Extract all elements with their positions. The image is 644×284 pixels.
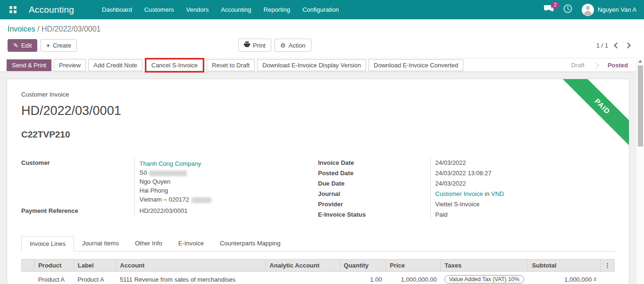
invoice-lines-table: Product Label Account Analytic Account Q… xyxy=(21,259,615,284)
customer-value: Thanh Cong Company Số Ngo Quyen Hai Phon… xyxy=(134,158,318,206)
breadcrumb: Invoices / HD/2022/03/0001 xyxy=(0,19,644,34)
pager-previous-icon[interactable] xyxy=(614,42,620,49)
optional-columns-toggle-icon[interactable]: ⋮ xyxy=(600,260,614,272)
redacted-tax-id xyxy=(192,197,211,203)
cell-quantity: 1.00 xyxy=(340,272,386,284)
column-analytic-account: Analytic Account xyxy=(266,260,340,272)
print-action-group: Print ⚙ Action xyxy=(238,39,311,52)
payment-reference-value: HD/2022/03/0001 xyxy=(134,206,318,216)
statusbar: Send & Print Preview Add Credit Note Can… xyxy=(0,58,644,72)
cell-product: Product A xyxy=(34,272,74,284)
row-handle-cell xyxy=(22,272,34,284)
apps-menu-icon[interactable] xyxy=(9,6,17,13)
journal-label: Journal xyxy=(318,189,430,199)
add-credit-note-button[interactable]: Add Credit Note xyxy=(88,59,142,71)
invoice-date-value: 24/03/2022 xyxy=(430,158,615,168)
journal-link[interactable]: Customer Invoice xyxy=(435,190,483,197)
pager: 1 / 1 xyxy=(596,42,636,49)
customer-link[interactable]: Thanh Cong Company xyxy=(140,160,201,167)
column-taxes: Taxes xyxy=(441,260,528,272)
einvoice-reference: C22TVP210 xyxy=(21,130,615,140)
cell-menu xyxy=(600,272,614,284)
provider-value: Viettel S-Invoice xyxy=(430,199,615,210)
form-view-container: PAID Customer Invoice HD/2022/03/0001 C2… xyxy=(0,72,644,284)
preview-button[interactable]: Preview xyxy=(54,59,86,71)
top-navbar: Accounting Dashboard Customers Vendors A… xyxy=(0,0,644,19)
print-button[interactable]: Print xyxy=(238,39,271,52)
customer-label: Customer xyxy=(21,158,134,206)
column-product: Product xyxy=(34,260,74,272)
download-einvoice-display-button[interactable]: Download E-Invoice Display Version xyxy=(257,59,366,71)
handle-column-header xyxy=(22,260,34,272)
menu-reporting[interactable]: Reporting xyxy=(258,0,296,19)
messages-button[interactable]: 2 xyxy=(544,5,554,15)
due-date-label: Due Date xyxy=(318,179,430,189)
menu-vendors[interactable]: Vendors xyxy=(180,0,215,19)
send-print-button[interactable]: Send & Print xyxy=(7,59,51,71)
invoice-date-label: Invoice Date xyxy=(318,158,430,168)
scroll-up-arrow-icon[interactable] xyxy=(636,57,644,65)
posted-date-value: 24/03/2022 13:08:27 xyxy=(430,168,615,179)
user-name: Nguyen Van A xyxy=(598,6,636,13)
tab-e-invoice[interactable]: E-Invoice xyxy=(170,236,212,252)
pager-value[interactable]: 1 / 1 xyxy=(596,42,608,49)
state-draft[interactable]: Draft xyxy=(566,62,589,69)
cell-taxes: Value Added Tax (VAT) 10% xyxy=(441,272,528,284)
control-panel-buttons: ✎ Edit + Create Print ⚙ Acti xyxy=(0,34,644,58)
reset-to-draft-button[interactable]: Reset to Draft xyxy=(207,59,255,71)
payment-reference-label: Payment Reference xyxy=(21,206,134,216)
einvoice-status-value: Paid xyxy=(430,210,615,220)
invoice-line-row[interactable]: Product A Product A 5111 Revenue from sa… xyxy=(22,272,615,284)
column-account: Account xyxy=(116,260,266,272)
app-brand[interactable]: Accounting xyxy=(29,5,74,15)
vertical-scrollbar[interactable] xyxy=(636,57,644,284)
tab-journal-items[interactable]: Journal Items xyxy=(74,236,127,252)
cell-label: Product A xyxy=(74,272,116,284)
cell-analytic-account xyxy=(266,272,340,284)
scrollbar-thumb[interactable] xyxy=(638,65,643,146)
posted-date-label: Posted Date xyxy=(318,168,430,179)
menu-accounting[interactable]: Accounting xyxy=(215,0,257,19)
menu-configuration[interactable]: Configuration xyxy=(296,0,345,19)
activities-button[interactable] xyxy=(563,4,572,15)
pager-next-icon[interactable] xyxy=(625,42,631,49)
odoo-accounting-invoice-page: Accounting Dashboard Customers Vendors A… xyxy=(0,0,644,284)
notebook-tabs: Invoice Lines Journal Items Other Info E… xyxy=(21,236,615,252)
cell-account: 5111 Revenue from sales of merchandises xyxy=(116,272,266,284)
breadcrumb-separator: / xyxy=(37,25,39,33)
column-subtotal: Subtotal xyxy=(528,260,600,272)
plus-icon: + xyxy=(46,42,50,49)
tab-counterparts-mapping[interactable]: Counterparts Mapping xyxy=(212,236,289,252)
cancel-s-invoice-highlight-box: Cancel S-Invoice xyxy=(145,58,204,73)
state-posted[interactable]: Posted xyxy=(603,62,633,69)
gear-icon: ⚙ xyxy=(280,42,286,49)
currency-link[interactable]: VND xyxy=(491,190,504,197)
clock-icon xyxy=(563,4,572,15)
state-arrow-icon xyxy=(593,62,599,68)
cancel-s-invoice-button[interactable]: Cancel S-Invoice xyxy=(146,59,203,71)
action-button[interactable]: ⚙ Action xyxy=(275,39,311,52)
user-menu[interactable]: Nguyen Van A xyxy=(582,4,636,16)
column-label: Label xyxy=(74,260,116,272)
einvoice-status-label: E-Invoice Status xyxy=(318,210,430,220)
menu-customers[interactable]: Customers xyxy=(138,0,180,19)
notebook: Invoice Lines Journal Items Other Info E… xyxy=(21,236,615,284)
due-date-value: 24/03/2022 xyxy=(430,179,615,189)
tab-other-info[interactable]: Other Info xyxy=(127,236,170,252)
cell-subtotal: 1,000,000 ₫ xyxy=(528,272,600,284)
control-panel: Invoices / HD/2022/03/0001 ✎ Edit + Crea… xyxy=(0,19,644,58)
statusbar-states: Draft Posted xyxy=(566,62,644,69)
create-button[interactable]: + Create xyxy=(41,39,77,52)
invoice-fields-group: Customer Thanh Cong Company Số Ngo Quyen… xyxy=(21,158,615,220)
menu-dashboard[interactable]: Dashboard xyxy=(96,0,138,19)
navbar-systray: 2 Nguyen Van A xyxy=(544,4,636,16)
edit-button[interactable]: ✎ Edit xyxy=(8,39,37,52)
breadcrumb-invoices[interactable]: Invoices xyxy=(8,25,35,33)
messages-count-badge: 2 xyxy=(552,1,559,9)
tab-invoice-lines[interactable]: Invoice Lines xyxy=(21,236,74,252)
right-field-group: Invoice Date 24/03/2022 Posted Date 24/0… xyxy=(318,158,615,220)
download-einvoice-converted-button[interactable]: Download E-Invoice Converted xyxy=(368,59,463,71)
invoice-number: HD/2022/03/0001 xyxy=(21,104,615,118)
breadcrumb-current: HD/2022/03/0001 xyxy=(42,25,100,33)
paid-ribbon: PAID xyxy=(558,79,629,150)
